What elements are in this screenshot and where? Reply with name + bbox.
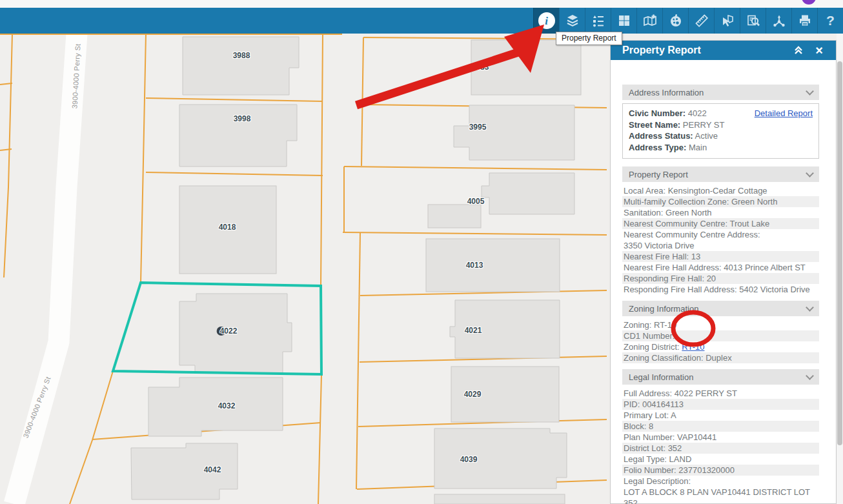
close-panel-button[interactable]: × bbox=[811, 44, 827, 57]
report-row: Address Status: Active bbox=[629, 130, 813, 142]
report-row: Full Address: 4022 PERRY ST bbox=[622, 388, 819, 399]
select-button[interactable] bbox=[714, 8, 740, 34]
palette-icon bbox=[669, 14, 683, 28]
help-icon: ? bbox=[826, 13, 835, 28]
section-rows: Full Address: 4022 PERRY STPID: 00416411… bbox=[622, 388, 819, 504]
measure-button[interactable] bbox=[688, 8, 714, 34]
section-header-zoning-information[interactable]: Zoning Information bbox=[622, 301, 819, 316]
parcel-label-3995: 3995 bbox=[469, 123, 487, 132]
report-row: PID: 004164113 bbox=[622, 399, 819, 410]
report-row: Responding Fire Hall Address: 5402 Victo… bbox=[622, 284, 819, 295]
field-value-line: LOT A BLOCK 8 PLAN VAP10441 DISTRICT LOT… bbox=[624, 487, 819, 504]
field-value-line: 3350 Victoria Drive bbox=[624, 240, 819, 251]
field-label: Nearest Fire Hall Address: bbox=[624, 263, 722, 272]
field-label: CD1 Number: bbox=[624, 331, 675, 341]
field-label: Street Name: bbox=[629, 120, 680, 130]
section-rows: Zoning: RT-10CD1 Number:Zoning District:… bbox=[622, 319, 819, 363]
property-report-panel: Property Report × Address InformationDet… bbox=[610, 40, 837, 504]
report-row: District Lot: 352 bbox=[622, 443, 819, 454]
draw-button[interactable] bbox=[662, 8, 688, 34]
parcel-label-4018: 4018 bbox=[219, 223, 236, 232]
panel-header: Property Report × bbox=[611, 41, 836, 60]
legend-button[interactable] bbox=[585, 8, 611, 34]
field-label: Plan Number: bbox=[624, 432, 675, 442]
report-row: Primary Lot: A bbox=[622, 410, 819, 421]
report-row: Plan Number: VAP10441 bbox=[622, 432, 819, 443]
layout-button[interactable] bbox=[611, 8, 636, 34]
report-row: Sanitation: Green North bbox=[622, 207, 819, 218]
panel-body: Address InformationDetailed ReportCivic … bbox=[611, 60, 836, 504]
section-header-property-report[interactable]: Property Report bbox=[622, 166, 819, 182]
field-value: Kensington-Cedar Cottage bbox=[665, 186, 767, 196]
detailed-report-link[interactable]: Detailed Report bbox=[755, 108, 813, 119]
parcel-label-3983: 3983 bbox=[472, 63, 489, 72]
report-row: Block: 8 bbox=[622, 421, 819, 432]
section-header-legal-information[interactable]: Legal Information bbox=[622, 369, 819, 385]
field-label: PID: bbox=[624, 399, 640, 409]
layers-button[interactable] bbox=[559, 8, 585, 34]
collapse-panel-button[interactable] bbox=[791, 44, 806, 57]
parcel-label-3988: 3988 bbox=[233, 51, 250, 60]
section-header-address-information[interactable]: Address Information bbox=[622, 85, 819, 100]
share-button[interactable] bbox=[766, 8, 791, 34]
field-value: Main bbox=[686, 143, 707, 152]
map-graphics bbox=[0, 34, 610, 504]
search-button[interactable] bbox=[740, 8, 766, 34]
field-label: Full Address: bbox=[624, 388, 672, 398]
print-button[interactable] bbox=[791, 8, 817, 34]
report-row: Nearest Fire Hall: 13 bbox=[622, 251, 819, 262]
browser-top-strip bbox=[0, 0, 843, 8]
report-row: Responding Fire Hall: 20 bbox=[622, 273, 819, 284]
field-label: Multi-family Collection Zone: bbox=[624, 197, 729, 207]
panel-scrollbar-thumb[interactable] bbox=[837, 61, 842, 445]
legend-list-icon bbox=[591, 14, 605, 28]
property-report-button[interactable]: i bbox=[533, 8, 559, 34]
field-value: Green North bbox=[729, 197, 777, 207]
field-value: 4022 bbox=[686, 108, 707, 118]
report-row: Multi-family Collection Zone: Green Nort… bbox=[622, 196, 819, 207]
field-value: RT-10 bbox=[651, 320, 676, 330]
parcel-label-4039: 4039 bbox=[460, 455, 478, 464]
double-chevron-up-icon bbox=[793, 45, 804, 55]
map-canvas[interactable]: 3988399840184022403240423983399540054013… bbox=[0, 34, 610, 504]
parcel-label-3998: 3998 bbox=[234, 114, 251, 123]
report-row: Folio Number: 237701320000 bbox=[622, 465, 819, 476]
field-value: 13 bbox=[689, 252, 700, 261]
report-row: Legal Type: LAND bbox=[622, 454, 819, 465]
parcel-label-4013: 4013 bbox=[466, 261, 483, 270]
chevron-down-icon bbox=[806, 169, 814, 177]
section-rows: Detailed ReportCivic Number: 4022Street … bbox=[622, 103, 819, 159]
field-label: Zoning District: bbox=[624, 342, 680, 352]
report-row: Nearest Fire Hall Address: 4013 Prince A… bbox=[622, 262, 819, 273]
report-row: Zoning Classification: Duplex bbox=[622, 352, 819, 363]
report-row: CD1 Number: bbox=[622, 330, 819, 341]
printer-icon bbox=[798, 14, 812, 28]
field-value: 4013 Prince Albert ST bbox=[722, 263, 806, 272]
field-value: 20 bbox=[704, 274, 716, 283]
ruler-icon bbox=[695, 14, 709, 28]
select-cursor-icon bbox=[720, 14, 735, 28]
report-row: Address Type: Main bbox=[629, 142, 813, 154]
basemap-button[interactable] bbox=[636, 8, 662, 34]
toolbar-tooltip: Property Report bbox=[556, 32, 622, 45]
field-value: 237701320000 bbox=[676, 465, 735, 475]
field-label: Nearest Fire Hall: bbox=[624, 252, 689, 261]
help-button[interactable]: ? bbox=[817, 8, 843, 34]
share-icon bbox=[772, 14, 786, 28]
report-row: Detailed ReportCivic Number: 4022 bbox=[629, 108, 813, 119]
field-label: Primary Lot: bbox=[624, 410, 669, 420]
section-title: Zoning Information bbox=[629, 304, 698, 314]
chevron-down-icon bbox=[806, 87, 814, 96]
section-title: Legal Information bbox=[629, 372, 693, 382]
field-value: 5402 Victoria Drive bbox=[737, 285, 810, 294]
field-label: Responding Fire Hall: bbox=[624, 274, 704, 283]
basemap-icon bbox=[643, 14, 657, 28]
report-row: Nearest Community Centre: Trout Lake bbox=[622, 218, 819, 229]
building-footprints bbox=[131, 37, 581, 504]
section-title: Property Report bbox=[629, 170, 688, 179]
field-value: Green North bbox=[663, 208, 711, 217]
field-label: Address Status: bbox=[629, 131, 693, 141]
field-value: PERRY ST bbox=[680, 120, 724, 130]
account-avatar[interactable] bbox=[802, 0, 816, 5]
zoning-district-link[interactable]: RT-10 bbox=[682, 342, 704, 352]
